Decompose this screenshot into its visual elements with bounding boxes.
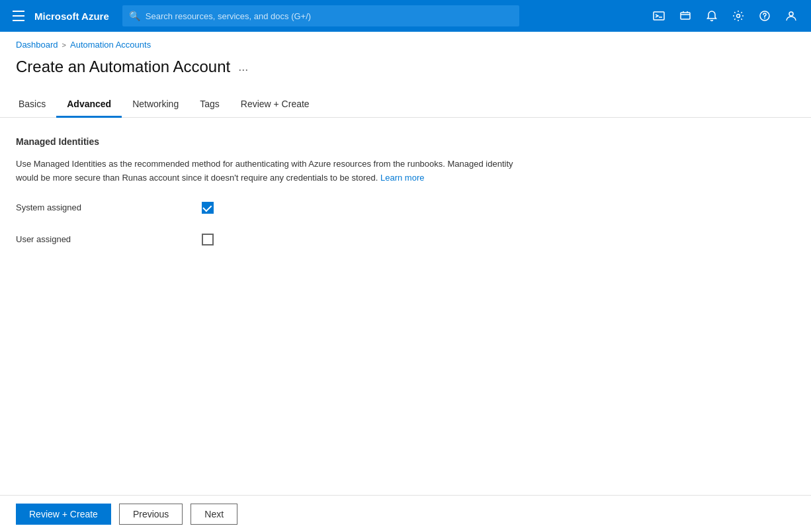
user-assigned-checkbox-wrapper [201,233,214,246]
bell-icon[interactable] [700,4,724,28]
learn-more-link[interactable]: Learn more [380,173,424,183]
breadcrumb: Dashboard > Automation Accounts [0,32,811,52]
terminal-icon[interactable] [647,4,671,28]
system-assigned-checkbox[interactable] [202,202,214,214]
managed-identities-title: Managed Identities [16,136,795,147]
tab-review-create[interactable]: Review + Create [230,92,320,118]
tab-tags[interactable]: Tags [189,92,230,118]
svg-point-3 [737,15,740,18]
managed-identities-description: Use Managed Identities as the recommende… [16,157,519,185]
more-options-icon[interactable]: ... [238,60,248,74]
breadcrumb-automation-accounts[interactable]: Automation Accounts [70,40,151,50]
system-assigned-checkbox-wrapper [201,201,214,214]
tab-basics[interactable]: Basics [16,92,56,118]
settings-icon[interactable] [726,4,750,28]
directory-icon[interactable] [673,4,697,28]
brand-logo: Microsoft Azure [34,11,109,22]
svg-point-6 [789,12,793,16]
system-assigned-row: System assigned [16,201,795,214]
search-icon: 🔍 [129,11,140,21]
system-assigned-label: System assigned [16,202,201,212]
top-navigation: Microsoft Azure 🔍 [0,0,811,32]
hamburger-menu[interactable] [8,5,29,26]
tab-networking[interactable]: Networking [122,92,189,118]
breadcrumb-sep-1: > [62,41,66,49]
svg-rect-2 [681,13,690,19]
search-input[interactable] [146,11,513,21]
page-title: Create an Automation Account [16,58,230,76]
main-content: Managed Identities Use Managed Identitie… [0,118,811,283]
breadcrumb-dashboard[interactable]: Dashboard [16,40,58,50]
description-text-part1: Use Managed Identities as the recommende… [16,159,513,183]
help-icon[interactable] [753,4,777,28]
tab-navigation: Basics Advanced Networking Tags Review +… [0,92,811,118]
page-header: Create an Automation Account ... [0,52,811,87]
nav-icons [647,4,803,28]
user-assigned-row: User assigned [16,233,795,246]
account-icon[interactable] [779,4,803,28]
svg-point-5 [764,18,765,19]
user-assigned-label: User assigned [16,234,201,244]
search-bar: 🔍 [122,5,519,26]
tab-advanced[interactable]: Advanced [56,92,122,118]
user-assigned-checkbox[interactable] [202,234,214,245]
